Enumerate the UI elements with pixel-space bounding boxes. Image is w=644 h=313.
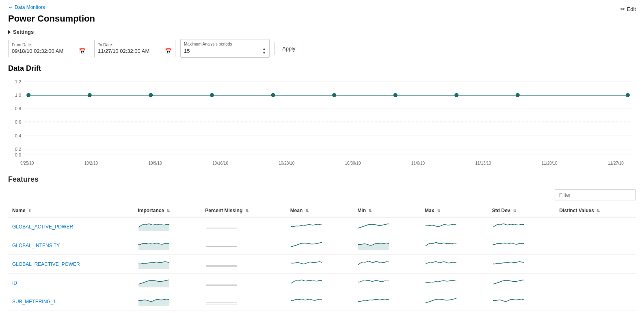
data-point (332, 93, 336, 97)
feature-name[interactable]: ID (8, 274, 134, 292)
sort-icon-std-dev: ⇅ (513, 209, 516, 213)
data-point (626, 93, 630, 97)
from-date-label: From Date: (12, 43, 86, 47)
sparkline (138, 295, 170, 307)
table-row: ID (8, 274, 636, 292)
sparkline (290, 239, 323, 251)
table-header-row: Name ⇧ Importance ⇅ Percent Missing ⇅ Me… (8, 204, 636, 217)
from-date-field[interactable]: From Date: 09/18/10 02:32:00 AM 📅 (8, 40, 89, 57)
svg-text:1.2: 1.2 (15, 79, 21, 84)
feature-percent-missing (201, 236, 286, 255)
apply-button[interactable]: Apply (274, 42, 303, 55)
data-point (393, 93, 398, 97)
feature-importance (134, 274, 201, 292)
feature-percent-missing (201, 255, 286, 274)
sparkline (492, 257, 525, 270)
col-header-distinct-values[interactable]: Distinct Values ⇅ (555, 204, 636, 217)
sparkline (290, 220, 323, 232)
sparkline (290, 295, 323, 307)
arrow-up-icon[interactable]: ▲ (262, 47, 266, 51)
back-arrow-icon: ← (8, 4, 13, 10)
feature-percent-missing (201, 292, 286, 311)
features-title: Features (8, 175, 636, 184)
feature-mean (286, 255, 354, 274)
filter-row (8, 189, 636, 200)
sort-icon-importance: ⇅ (166, 209, 170, 213)
feature-std-dev (488, 236, 555, 255)
to-date-calendar-icon[interactable]: 📅 (165, 48, 172, 54)
col-header-std-dev[interactable]: Std Dev ⇅ (488, 204, 555, 217)
feature-std-dev (488, 274, 555, 292)
data-point (149, 93, 153, 97)
sort-icon-mean: ⇅ (305, 209, 309, 213)
feature-distinct-values (555, 236, 636, 255)
sparkline (357, 276, 390, 288)
feature-importance (134, 292, 201, 311)
settings-controls: From Date: 09/18/10 02:32:00 AM 📅 To Dat… (8, 39, 636, 58)
sparkline (357, 239, 390, 251)
svg-text:0.4: 0.4 (15, 133, 21, 138)
sparkline (357, 220, 390, 232)
col-header-importance[interactable]: Importance ⇅ (134, 204, 201, 217)
feature-max (421, 217, 488, 236)
chart-svg: 1.2 1.0 0.8 0.6 0.4 0.2 0.0 (8, 78, 636, 159)
edit-icon: ✏ (620, 6, 625, 12)
to-date-field[interactable]: To Date: 11/27/10 02:32:00 AM 📅 (94, 40, 175, 57)
feature-distinct-values (555, 274, 636, 292)
feature-percent-missing (201, 217, 286, 236)
feature-std-dev (488, 217, 555, 236)
sort-icon-distinct-values: ⇅ (596, 209, 600, 213)
sparkline-flat (205, 276, 238, 288)
feature-mean (286, 274, 354, 292)
from-date-calendar-icon[interactable]: 📅 (79, 48, 86, 54)
sparkline (492, 220, 525, 232)
sparkline (425, 220, 457, 232)
arrow-down-icon[interactable]: ▼ (262, 51, 266, 55)
edit-button[interactable]: ✏ Edit (620, 6, 636, 12)
data-point (454, 93, 458, 97)
sort-icon-max: ⇅ (437, 209, 440, 213)
col-header-name[interactable]: Name ⇧ (8, 204, 134, 217)
arrow-controls[interactable]: ▲ ▼ (262, 47, 266, 55)
feature-max (421, 255, 488, 274)
feature-importance (134, 236, 201, 255)
table-row: GLOBAL_ACTIVE_POWER (8, 217, 636, 236)
feature-distinct-values (555, 255, 636, 274)
sparkline (492, 276, 525, 288)
feature-distinct-values (555, 292, 636, 311)
filter-input[interactable] (555, 189, 636, 200)
feature-name[interactable]: GLOBAL_ACTIVE_POWER (8, 217, 134, 236)
max-periods-field[interactable]: Maximum Analysis periods 15 ▲ ▼ (180, 39, 270, 58)
col-header-mean[interactable]: Mean ⇅ (286, 204, 354, 217)
to-date-value: 11/27/10 02:32:00 AM (98, 48, 149, 54)
feature-max (421, 274, 488, 292)
settings-header[interactable]: Settings (8, 29, 636, 35)
page-title: Power Consumption (8, 13, 636, 24)
back-link[interactable]: ← Data Monitors (8, 4, 45, 10)
feature-importance (134, 217, 201, 236)
col-header-percent-missing[interactable]: Percent Missing ⇅ (201, 204, 286, 217)
feature-percent-missing (201, 274, 286, 292)
sparkline (425, 276, 457, 288)
sparkline (290, 276, 323, 288)
sparkline (357, 295, 390, 307)
feature-name[interactable]: GLOBAL_REACTIVE_POWER (8, 255, 134, 274)
max-periods-label: Maximum Analysis periods (184, 42, 266, 46)
svg-text:0.8: 0.8 (15, 106, 21, 111)
col-header-min[interactable]: Min ⇅ (353, 204, 421, 217)
data-point (88, 93, 92, 97)
sparkline (425, 257, 457, 270)
feature-name[interactable]: SUB_METERING_1 (8, 292, 134, 311)
feature-mean (286, 292, 354, 311)
data-drift-title: Data Drift (8, 64, 636, 73)
col-header-max[interactable]: Max ⇅ (421, 204, 488, 217)
feature-std-dev (488, 255, 555, 274)
sparkline (290, 257, 323, 270)
data-point (271, 93, 275, 97)
feature-name[interactable]: GLOBAL_INTENSITY (8, 236, 134, 255)
sort-icon-name: ⇧ (28, 209, 31, 213)
to-date-label: To Date: (98, 43, 172, 47)
features-section: Features Name ⇧ Importance ⇅ Percent Mis… (8, 175, 636, 311)
sparkline (492, 295, 525, 307)
feature-std-dev (488, 292, 555, 311)
